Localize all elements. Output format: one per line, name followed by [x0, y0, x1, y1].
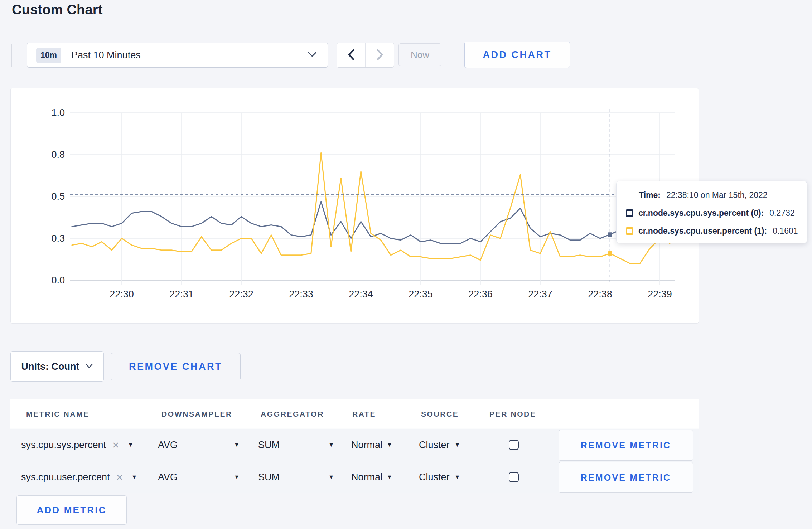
svg-text:0.3: 0.3	[51, 233, 65, 244]
metrics-table: METRIC NAME DOWNSAMPLER AGGREGATOR RATE …	[10, 399, 699, 493]
remove-chart-button[interactable]: REMOVE CHART	[111, 353, 241, 380]
chart-card[interactable]: 0.00.30.50.81.022:3022:3122:3222:3322:34…	[10, 88, 699, 324]
metric-row: sys.cpu.sys.percent × ▼ AVG ▼ SUM ▼ Norm…	[10, 428, 699, 461]
caret-down-icon: ▼	[234, 442, 240, 448]
per-node-cell	[509, 461, 519, 493]
caret-down-icon: ▼	[131, 474, 137, 480]
units-label: Units: Count	[21, 361, 79, 372]
tooltip-series-label: cr.node.sys.cpu.sys.percent (0):	[638, 208, 764, 218]
header-rate: RATE	[352, 410, 376, 418]
svg-text:22:39: 22:39	[648, 289, 672, 300]
remove-metric-button[interactable]: REMOVE METRIC	[559, 462, 693, 493]
per-node-checkbox[interactable]	[509, 440, 519, 450]
caret-down-icon: ▼	[234, 474, 240, 480]
svg-text:0.5: 0.5	[51, 191, 65, 202]
add-metric-button[interactable]: ADD METRIC	[16, 495, 127, 525]
series-user-swatch-icon	[626, 227, 633, 235]
tooltip-series-value: 0.1601	[773, 226, 798, 236]
caret-down-icon: ▼	[128, 442, 134, 448]
svg-text:22:31: 22:31	[169, 289, 194, 300]
time-window-label: Past 10 Minutes	[71, 50, 308, 61]
caret-down-icon: ▼	[455, 474, 460, 480]
remove-metric-button[interactable]: REMOVE METRIC	[559, 430, 693, 461]
svg-text:1.0: 1.0	[51, 107, 65, 118]
custom-chart-page: Custom Chart 10m Past 10 Minutes Now ADD…	[0, 0, 812, 529]
chart-tooltip: Time: 22:38:10 on Mar 15th, 2022 cr.node…	[616, 181, 807, 243]
svg-text:22:35: 22:35	[409, 289, 433, 300]
clear-metric-icon[interactable]: ×	[112, 439, 119, 451]
source-select[interactable]: Cluster ▼	[419, 461, 460, 493]
chevron-down-icon	[308, 52, 317, 59]
now-button[interactable]: Now	[398, 43, 441, 66]
metric-name-value: sys.cpu.user.percent	[21, 472, 110, 483]
source-select[interactable]: Cluster ▼	[419, 429, 460, 461]
chevron-left-icon	[348, 49, 355, 62]
svg-text:0.8: 0.8	[51, 149, 65, 160]
per-node-checkbox[interactable]	[509, 472, 519, 482]
tooltip-series-value: 0.2732	[769, 208, 794, 218]
chevron-right-icon	[376, 49, 383, 62]
rate-select[interactable]: Normal ▼	[351, 461, 392, 493]
tooltip-time-value: 22:38:10 on Mar 15th, 2022	[666, 190, 768, 200]
caret-down-icon: ▼	[387, 442, 392, 448]
aggregator-select[interactable]: SUM ▼	[258, 429, 334, 461]
svg-text:22:36: 22:36	[468, 289, 493, 300]
tooltip-series-row: cr.node.sys.cpu.user.percent (1): 0.1601	[626, 226, 798, 236]
svg-text:22:30: 22:30	[110, 289, 134, 300]
tooltip-time-label: Time:	[639, 190, 661, 200]
caret-down-icon: ▼	[328, 442, 334, 448]
time-nav-group	[337, 43, 394, 68]
time-window-badge: 10m	[36, 48, 61, 63]
clear-metric-icon[interactable]: ×	[116, 471, 123, 483]
per-node-cell	[509, 429, 519, 461]
svg-text:22:34: 22:34	[349, 289, 373, 300]
add-chart-button[interactable]: ADD CHART	[464, 42, 570, 68]
time-prev-button[interactable]	[337, 43, 365, 67]
header-aggregator: AGGREGATOR	[261, 410, 324, 418]
downsampler-select[interactable]: AVG ▼	[158, 461, 240, 493]
page-title: Custom Chart	[12, 2, 103, 18]
tooltip-series-label: cr.node.sys.cpu.user.percent (1):	[638, 226, 767, 236]
header-downsampler: DOWNSAMPLER	[161, 410, 232, 418]
svg-text:22:32: 22:32	[229, 289, 253, 300]
caret-down-icon: ▼	[455, 442, 460, 448]
metric-name-select[interactable]: sys.cpu.user.percent × ▼	[21, 461, 137, 493]
units-select[interactable]: Units: Count	[10, 351, 104, 382]
time-next-button[interactable]	[365, 43, 394, 67]
svg-text:0.0: 0.0	[51, 275, 65, 286]
svg-text:22:37: 22:37	[528, 289, 552, 300]
metrics-table-header: METRIC NAME DOWNSAMPLER AGGREGATOR RATE …	[10, 399, 699, 428]
svg-text:22:33: 22:33	[289, 289, 313, 300]
metric-name-select[interactable]: sys.cpu.sys.percent × ▼	[21, 429, 134, 461]
aggregator-select[interactable]: SUM ▼	[258, 461, 334, 493]
svg-text:22:38: 22:38	[588, 289, 612, 300]
tooltip-time-row: Time: 22:38:10 on Mar 15th, 2022	[626, 190, 798, 200]
header-source: SOURCE	[421, 410, 459, 418]
tooltip-series-row: cr.node.sys.cpu.sys.percent (0): 0.2732	[626, 208, 798, 218]
header-per-node: PER NODE	[489, 410, 536, 418]
metric-name-value: sys.cpu.sys.percent	[21, 440, 106, 451]
rate-select[interactable]: Normal ▼	[351, 429, 392, 461]
metric-row: sys.cpu.user.percent × ▼ AVG ▼ SUM ▼ Nor…	[10, 461, 699, 493]
series-sys-swatch-icon	[626, 209, 633, 217]
caret-down-icon: ▼	[387, 474, 392, 480]
metrics-line-chart[interactable]: 0.00.30.50.81.022:3022:3122:3222:3322:34…	[11, 88, 699, 324]
header-metric-name: METRIC NAME	[26, 410, 90, 418]
chevron-down-icon	[86, 363, 93, 370]
toolbar-divider	[11, 44, 12, 67]
caret-down-icon: ▼	[328, 474, 334, 480]
time-window-select[interactable]: 10m Past 10 Minutes	[27, 43, 328, 68]
downsampler-select[interactable]: AVG ▼	[158, 429, 240, 461]
